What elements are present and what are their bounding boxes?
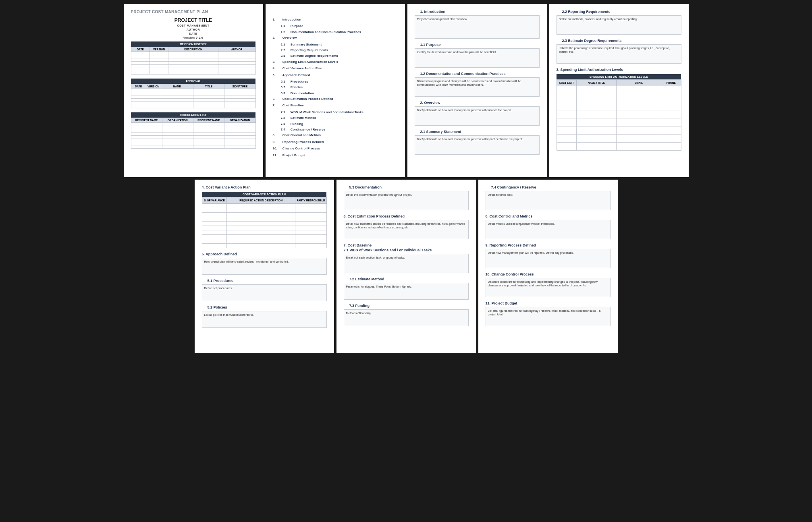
box-2-3: Indicate the percentage of variance requ…: [557, 44, 681, 64]
page-5: 4. Cost Variance Action Plan COST VARIAN…: [195, 180, 334, 353]
box-7-3: Method of financing.: [344, 309, 469, 326]
toc-sub-item: 2.1 Summary Statement: [273, 42, 398, 48]
toc-sub-item: 5.3 Documentation: [273, 91, 398, 96]
box-5-2: List all policies that must be adhered t…: [202, 311, 327, 328]
box-1-1: Identify the desired outcome and how the…: [415, 48, 540, 68]
box-10: Describe procedure for requesting and im…: [486, 278, 611, 297]
toc-item: 4. Cost Variance Action Plan: [273, 66, 398, 71]
toc-item: 11. Project Budget: [273, 153, 398, 158]
page-7: 7.4 Contingency / Reserve Detail all fun…: [478, 180, 618, 353]
box-1: Project cost management plan overview…: [415, 15, 540, 39]
box-2-1: Briefly elaborate on how cost management…: [415, 135, 540, 155]
revision-history-table: REVISION HISTORY DATE VERSION DESCRIPTIO…: [131, 41, 256, 75]
heading-7-3: 7.3 Funding: [349, 304, 469, 308]
toc-sub-item: 1.1 Purpose: [273, 23, 398, 29]
toc-item: 2. Overview: [273, 35, 398, 41]
project-title: PROJECT TITLE: [131, 17, 256, 23]
circulation-table: CIRCULATION LIST RECIPIENT NAME ORGANIZA…: [131, 112, 256, 149]
toc-sub-item: 5.2 Policies: [273, 85, 398, 90]
toc-item: 6. Cost Estimation Process Defined: [273, 96, 398, 102]
toc-sub-item: 7.4 Contingency / Reserve: [273, 127, 398, 133]
page-toc: 1. Introduction1.1 Purpose1.2 Documentat…: [266, 4, 405, 177]
approval-table: APPROVAL DATE VERSION NAME TITLE SIGNATU…: [131, 79, 256, 108]
heading-10: 10. Change Control Process: [486, 272, 611, 276]
box-1-2: Discuss how progress and changes will be…: [415, 77, 540, 97]
heading-5-1: 5.1 Procedures: [208, 279, 327, 283]
toc-sub-item: 1.2 Documentation and Communication Prac…: [273, 29, 398, 35]
cost-variance-title: COST VARIANCE ACTION PLAN: [202, 192, 326, 197]
table-of-contents: 1. Introduction1.1 Purpose1.2 Documentat…: [273, 17, 398, 158]
heading-3: 3. Spending Limit Authorization Levels: [557, 68, 681, 72]
box-2-2: Define the methods, process, and regular…: [557, 15, 681, 35]
page-3: 1. Introduction Project cost management …: [407, 4, 547, 177]
toc-item: 8. Cost Control and Metrics: [273, 133, 398, 138]
subtitle: COST MANAGEMENT: [131, 24, 256, 27]
heading-2-1: 2.1 Summary Statement: [420, 130, 540, 134]
heading-7-2: 7.2 Estimate Method: [349, 277, 469, 281]
spending-limit-table: SPENDING LIMIT AUTHORIZATION LEVELS COST…: [557, 74, 681, 151]
toc-item: 9. Reporting Process Defined: [273, 139, 398, 145]
heading-1-2: 1.2 Documentation and Communication Prac…: [420, 72, 540, 76]
heading-7: 7. Cost Baseline: [344, 243, 469, 247]
heading-2-2: 2.2 Reporting Requirements: [562, 10, 681, 14]
heading-9: 9. Reporting Process Defined: [486, 243, 611, 247]
cost-variance-table: COST VARIANCE ACTION PLAN % OF VARIANCE …: [202, 192, 327, 248]
toc-item: 1. Introduction: [273, 17, 398, 23]
page-4: 2.2 Reporting Requirements Define the me…: [549, 4, 689, 177]
toc-sub-item: 7.2 Estimate Method: [273, 115, 398, 121]
box-6: Detail how estimates should be reached a…: [344, 220, 469, 239]
box-5-3: Detail the documentation process through…: [344, 191, 469, 210]
box-11: List final figures reached for contingen…: [486, 307, 611, 326]
toc-sub-item: 2.2 Reporting Requirements: [273, 48, 398, 53]
toc-sub-item: 5.1 Procedures: [273, 79, 398, 85]
toc-item: 5. Approach Defined: [273, 72, 398, 78]
heading-5-2: 5.2 Policies: [208, 305, 327, 309]
toc-item: 3. Spending Limit Authorization Levels: [273, 59, 398, 65]
heading-4: 4. Cost Variance Action Plan: [202, 185, 327, 189]
heading-6: 6. Cost Estimation Process Defined: [344, 214, 469, 218]
revision-history-title: REVISION HISTORY: [131, 41, 255, 47]
document-title: PROJECT COST MANAGEMENT PLAN: [131, 10, 256, 14]
heading-7-4: 7.4 Contingency / Reserve: [491, 185, 611, 189]
toc-sub-item: 7.3 Funding: [273, 121, 398, 127]
box-7-1: Break out each section, task, or group o…: [344, 254, 469, 273]
toc-item: 7. Cost Baseline: [273, 103, 398, 108]
page-cover: PROJECT COST MANAGEMENT PLAN PROJECT TIT…: [124, 4, 263, 177]
box-7-4: Detail all funds held.: [486, 191, 611, 210]
heading-5-3: 5.3 Documentation: [349, 185, 469, 189]
box-5: How overall plan will be created, revise…: [202, 258, 327, 275]
heading-2-3: 2.3 Estimate Degree Requirements: [562, 39, 681, 43]
box-5-1: Define set procedures.: [202, 284, 327, 301]
box-2: Briefly elaborate on how cost management…: [415, 106, 540, 126]
date-label: DATE: [131, 32, 256, 35]
approval-title: APPROVAL: [131, 79, 255, 84]
heading-7-1: 7.1 WBS of Work Sections and / or Indivi…: [344, 248, 469, 252]
version-label: Version 0.0.0: [131, 36, 256, 39]
author-label: AUTHOR: [131, 28, 256, 31]
toc-sub-item: 7.1 WBS of Work Sections and / or Indivi…: [273, 110, 398, 115]
box-8: Detail metrics used in conjunction with …: [486, 220, 611, 239]
spending-limit-title: SPENDING LIMIT AUTHORIZATION LEVELS: [557, 74, 681, 80]
heading-2: 2. Overview: [420, 101, 540, 105]
toc-item: 10. Change Control Process: [273, 146, 398, 151]
heading-1: 1. Introduction: [420, 10, 540, 14]
heading-8: 8. Cost Control and Metrics: [486, 214, 611, 218]
box-7-2: Parametric, Analogous, Three-Point, Bott…: [344, 283, 469, 300]
toc-sub-item: 2.3 Estimate Degree Requirements: [273, 53, 398, 59]
heading-5: 5. Approach Defined: [202, 252, 327, 256]
circulation-title: CIRCULATION LIST: [131, 112, 255, 118]
page-6: 5.3 Documentation Detail the documentati…: [336, 180, 476, 353]
box-9: Detail how management plan will be repor…: [486, 249, 611, 268]
heading-1-1: 1.1 Purpose: [420, 43, 540, 47]
heading-11: 11. Project Budget: [486, 301, 611, 305]
